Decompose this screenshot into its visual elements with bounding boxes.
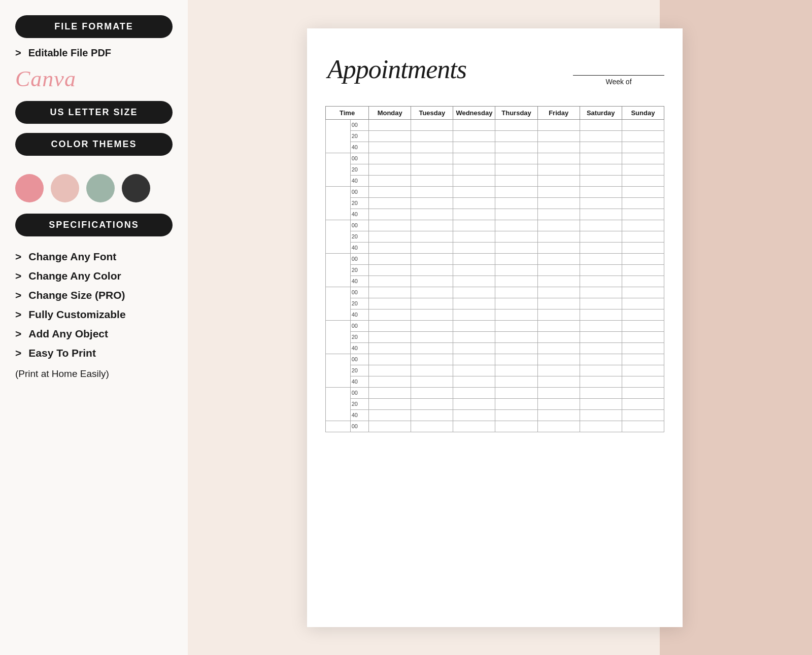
spec-easy-print: > Easy To Print — [15, 347, 173, 359]
day-cell — [495, 164, 537, 175]
day-cell — [411, 175, 453, 186]
day-cell — [580, 164, 622, 175]
right-panel: Appointments Week of Time Monday Tuesday… — [188, 0, 812, 655]
schedule-body: 0020400020400020400020400020400020400020… — [326, 119, 664, 432]
day-cell — [580, 387, 622, 398]
day-cell — [537, 298, 580, 309]
hour-cell — [326, 354, 351, 387]
th-friday: Friday — [537, 106, 580, 119]
day-cell — [411, 342, 453, 354]
day-cell — [411, 376, 453, 387]
day-cell — [580, 130, 622, 142]
day-cell — [411, 142, 453, 153]
day-cell — [369, 342, 411, 354]
week-of-label: Week of — [605, 78, 631, 86]
day-cell — [622, 365, 664, 376]
day-cell — [411, 287, 453, 298]
minute-cell: 40 — [350, 376, 368, 387]
color-circle-pink — [15, 174, 44, 202]
day-cell — [495, 209, 537, 220]
day-cell — [622, 153, 664, 164]
table-row: 00 — [326, 153, 664, 164]
minute-cell: 00 — [350, 220, 368, 231]
day-cell — [580, 409, 622, 421]
left-panel: FILE FORMATE > Editable File PDF Canva U… — [0, 0, 188, 655]
minute-cell: 00 — [350, 287, 368, 298]
minute-cell: 20 — [350, 264, 368, 275]
table-row: 20 — [326, 264, 664, 275]
day-cell — [453, 320, 495, 331]
day-cell — [580, 197, 622, 209]
day-cell — [537, 398, 580, 409]
day-cell — [495, 264, 537, 275]
spec-change-font: > Change Any Font — [15, 251, 173, 263]
hour-cell — [326, 253, 351, 287]
hour-cell — [326, 119, 351, 153]
day-cell — [622, 287, 664, 298]
day-cell — [369, 175, 411, 186]
color-circle-sage — [86, 174, 115, 202]
minute-cell: 00 — [350, 119, 368, 130]
day-cell — [495, 320, 537, 331]
arrow-icon: > — [15, 270, 21, 282]
day-cell — [537, 253, 580, 264]
day-cell — [537, 220, 580, 231]
table-row: 40 — [326, 142, 664, 153]
day-cell — [453, 153, 495, 164]
day-cell — [411, 409, 453, 421]
minute-cell: 20 — [350, 164, 368, 175]
hour-cell — [326, 220, 351, 253]
table-header-row: Time Monday Tuesday Wednesday Thursday F… — [326, 106, 664, 119]
day-cell — [622, 175, 664, 186]
day-cell — [495, 421, 537, 432]
day-cell — [622, 398, 664, 409]
schedule-table: Time Monday Tuesday Wednesday Thursday F… — [325, 106, 664, 432]
hour-cell — [326, 153, 351, 186]
day-cell — [369, 231, 411, 242]
hour-cell — [326, 287, 351, 320]
day-cell — [495, 309, 537, 320]
day-cell — [369, 309, 411, 320]
day-cell — [453, 365, 495, 376]
day-cell — [411, 365, 453, 376]
day-cell — [495, 398, 537, 409]
table-row: 00 — [326, 253, 664, 264]
day-cell — [453, 175, 495, 186]
day-cell — [453, 142, 495, 153]
editable-file-item: > Editable File PDF — [15, 47, 173, 59]
table-row: 00 — [326, 387, 664, 398]
color-circle-light-pink — [51, 174, 79, 202]
specs-list: > Change Any Font > Change Any Color > C… — [15, 251, 173, 366]
table-row: 00 — [326, 320, 664, 331]
table-row: 00 — [326, 287, 664, 298]
day-cell — [495, 197, 537, 209]
day-cell — [537, 142, 580, 153]
day-cell — [495, 298, 537, 309]
day-cell — [369, 264, 411, 275]
appointments-svg: Appointments — [325, 49, 467, 84]
day-cell — [369, 376, 411, 387]
day-cell — [369, 354, 411, 365]
table-row: 20 — [326, 365, 664, 376]
day-cell — [453, 409, 495, 421]
day-cell — [369, 387, 411, 398]
day-cell — [622, 186, 664, 197]
day-cell — [622, 209, 664, 220]
day-cell — [495, 342, 537, 354]
hour-cell — [326, 186, 351, 220]
day-cell — [580, 175, 622, 186]
hour-cell — [326, 320, 351, 354]
minute-cell: 40 — [350, 275, 368, 287]
day-cell — [411, 164, 453, 175]
day-cell — [622, 242, 664, 253]
day-cell — [453, 209, 495, 220]
day-cell — [495, 231, 537, 242]
day-cell — [453, 164, 495, 175]
day-cell — [580, 275, 622, 287]
minute-cell: 40 — [350, 342, 368, 354]
day-cell — [411, 186, 453, 197]
minute-cell: 20 — [350, 331, 368, 342]
table-row: 40 — [326, 242, 664, 253]
day-cell — [495, 354, 537, 365]
day-cell — [622, 231, 664, 242]
